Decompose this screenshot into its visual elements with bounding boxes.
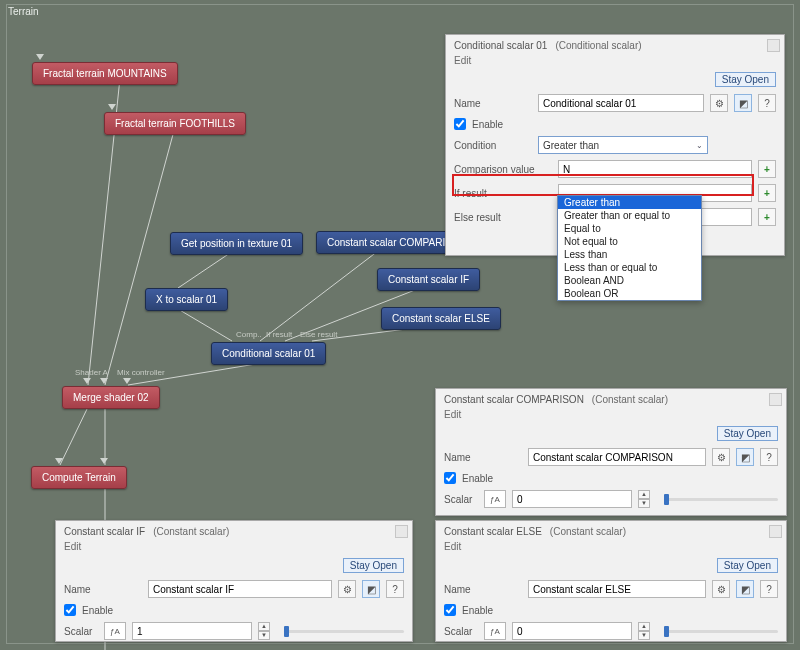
panel-title-primary: Constant scalar ELSE — [444, 526, 542, 537]
port-label-comp: Comp.. — [236, 330, 262, 339]
port-label-mixctl: Mix controller — [117, 368, 165, 377]
dropdown-option[interactable]: Less than — [558, 248, 701, 261]
name-input[interactable] — [528, 448, 706, 466]
help-icon[interactable]: ? — [760, 580, 778, 598]
comparison-value-label: Comparison value — [454, 164, 552, 175]
close-icon[interactable] — [769, 525, 782, 538]
edit-label: Edit — [56, 539, 412, 558]
enable-label: Enable — [472, 119, 503, 130]
dropdown-option[interactable]: Boolean AND — [558, 274, 701, 287]
enable-checkbox[interactable] — [454, 118, 466, 130]
add-button[interactable]: + — [758, 184, 776, 202]
node-constant-if[interactable]: Constant scalar IF — [377, 268, 480, 291]
scalar-input[interactable] — [512, 490, 632, 508]
scalar-slider[interactable] — [284, 630, 404, 633]
if-result-label: If result — [454, 188, 552, 199]
panel-title-secondary: (Conditional scalar) — [555, 40, 641, 51]
info-icon[interactable]: ◩ — [362, 580, 380, 598]
dropdown-option[interactable]: Greater than or equal to — [558, 209, 701, 222]
scalar-input[interactable] — [512, 622, 632, 640]
info-icon[interactable]: ◩ — [734, 94, 752, 112]
panel-title-secondary: (Constant scalar) — [550, 526, 626, 537]
port-label-shaderA: Shader A — [75, 368, 108, 377]
panel-constant-else: Constant scalar ELSE (Constant scalar) E… — [435, 520, 787, 642]
panel-title-primary: Constant scalar COMPARISON — [444, 394, 584, 405]
node-get-position[interactable]: Get position in texture 01 — [170, 232, 303, 255]
name-label: Name — [64, 584, 142, 595]
scalar-spinner[interactable]: ▲▼ — [258, 622, 270, 640]
close-icon[interactable] — [395, 525, 408, 538]
name-label: Name — [454, 98, 532, 109]
chevron-down-icon: ⌄ — [696, 141, 703, 150]
dropdown-option[interactable]: Equal to — [558, 222, 701, 235]
panel-constant-comparison: Constant scalar COMPARISON (Constant sca… — [435, 388, 787, 516]
gear-icon[interactable]: ⚙ — [712, 580, 730, 598]
node-fractal-mountains[interactable]: Fractal terrain MOUNTAINS — [32, 62, 178, 85]
scalar-slider[interactable] — [664, 630, 778, 633]
node-fractal-foothills[interactable]: Fractal terrain FOOTHILLS — [104, 112, 246, 135]
stay-open-button[interactable]: Stay Open — [343, 558, 404, 573]
help-icon[interactable]: ? — [760, 448, 778, 466]
stay-open-button[interactable]: Stay Open — [717, 558, 778, 573]
enable-label: Enable — [82, 605, 113, 616]
name-input[interactable] — [528, 580, 706, 598]
condition-select[interactable]: Greater than ⌄ — [538, 136, 708, 154]
close-icon[interactable] — [769, 393, 782, 406]
else-result-label: Else result — [454, 212, 552, 223]
fx-icon[interactable]: ƒA — [484, 622, 506, 640]
node-merge-shader[interactable]: Merge shader 02 — [62, 386, 160, 409]
add-button[interactable]: + — [758, 208, 776, 226]
stay-open-button[interactable]: Stay Open — [715, 72, 776, 87]
canvas-title: Terrain — [8, 6, 39, 17]
node-compute-terrain[interactable]: Compute Terrain — [31, 466, 127, 489]
info-icon[interactable]: ◩ — [736, 580, 754, 598]
dropdown-option[interactable]: Less than or equal to — [558, 261, 701, 274]
info-icon[interactable]: ◩ — [736, 448, 754, 466]
enable-checkbox[interactable] — [444, 472, 456, 484]
stay-open-button[interactable]: Stay Open — [717, 426, 778, 441]
edit-label: Edit — [446, 53, 784, 72]
scalar-label: Scalar — [64, 626, 98, 637]
port-label-elseres: Else result — [300, 330, 337, 339]
dropdown-option[interactable]: Greater than — [558, 196, 701, 209]
port-label-ifres: If result — [266, 330, 292, 339]
scalar-input[interactable] — [132, 622, 252, 640]
panel-title-primary: Constant scalar IF — [64, 526, 145, 537]
help-icon[interactable]: ? — [386, 580, 404, 598]
scalar-label: Scalar — [444, 626, 478, 637]
enable-label: Enable — [462, 473, 493, 484]
gear-icon[interactable]: ⚙ — [710, 94, 728, 112]
node-x-to-scalar[interactable]: X to scalar 01 — [145, 288, 228, 311]
help-icon[interactable]: ? — [758, 94, 776, 112]
scalar-spinner[interactable]: ▲▼ — [638, 490, 650, 508]
enable-checkbox[interactable] — [444, 604, 456, 616]
node-conditional-scalar[interactable]: Conditional scalar 01 — [211, 342, 326, 365]
edit-label: Edit — [436, 407, 786, 426]
condition-dropdown[interactable]: Greater than Greater than or equal to Eq… — [557, 195, 702, 301]
enable-label: Enable — [462, 605, 493, 616]
gear-icon[interactable]: ⚙ — [338, 580, 356, 598]
comparison-value-input[interactable] — [558, 160, 752, 178]
enable-checkbox[interactable] — [64, 604, 76, 616]
add-button[interactable]: + — [758, 160, 776, 178]
dropdown-option[interactable]: Boolean OR — [558, 287, 701, 300]
panel-title-primary: Conditional scalar 01 — [454, 40, 547, 51]
scalar-spinner[interactable]: ▲▼ — [638, 622, 650, 640]
node-constant-else[interactable]: Constant scalar ELSE — [381, 307, 501, 330]
panel-title-secondary: (Constant scalar) — [592, 394, 668, 405]
dropdown-option[interactable]: Not equal to — [558, 235, 701, 248]
condition-label: Condition — [454, 140, 532, 151]
fx-icon[interactable]: ƒA — [104, 622, 126, 640]
name-label: Name — [444, 452, 522, 463]
panel-constant-if: Constant scalar IF (Constant scalar) Edi… — [55, 520, 413, 642]
panel-title-secondary: (Constant scalar) — [153, 526, 229, 537]
close-icon[interactable] — [767, 39, 780, 52]
condition-value: Greater than — [543, 140, 599, 151]
name-input[interactable] — [148, 580, 332, 598]
scalar-label: Scalar — [444, 494, 478, 505]
name-input[interactable] — [538, 94, 704, 112]
gear-icon[interactable]: ⚙ — [712, 448, 730, 466]
scalar-slider[interactable] — [664, 498, 778, 501]
node-constant-comparison[interactable]: Constant scalar COMPARI.. — [316, 231, 462, 254]
fx-icon[interactable]: ƒA — [484, 490, 506, 508]
